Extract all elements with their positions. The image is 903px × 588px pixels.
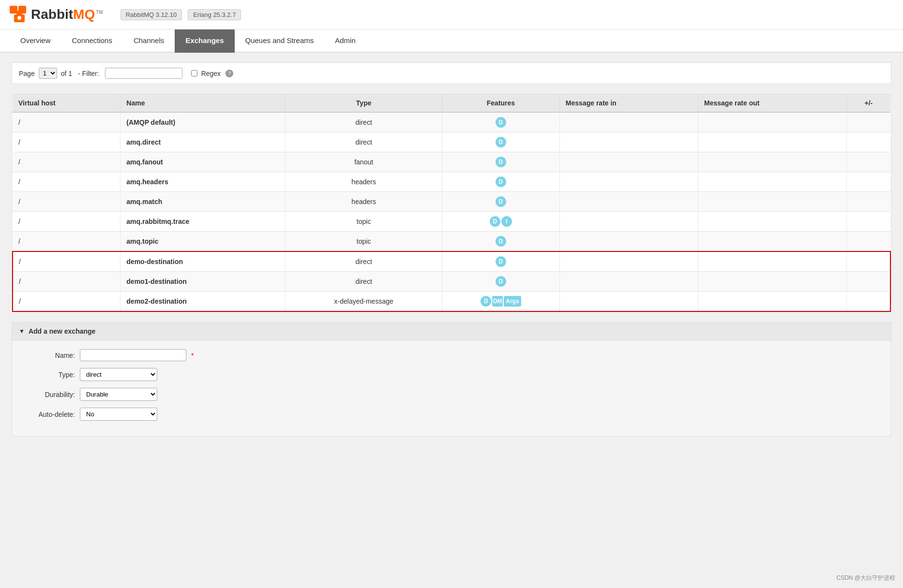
cell-plus-minus [846,272,890,292]
col-features: Features [442,94,560,112]
cell-features: D [442,172,560,192]
cell-plus-minus [846,192,890,212]
cell-vhost: / [13,292,120,312]
cell-msg-rate-out [698,292,847,312]
main-nav: Overview Connections Channels Exchanges … [0,29,903,53]
col-type: Type [286,94,442,112]
cell-features: D [442,251,560,272]
form-row-durability: Durability: Durable Transient [27,388,876,401]
cell-msg-rate-in [559,152,698,172]
filter-input[interactable] [105,68,182,79]
cell-type: x-delayed-message [286,292,442,312]
exchanges-table-container: Virtual host Name Type Features Message … [12,94,891,312]
cell-msg-rate-out [698,112,847,132]
logo: RabbitMQTM [10,6,103,23]
cell-plus-minus [846,132,890,152]
table-row[interactable]: / demo2-destination x-delayed-message DD… [13,292,890,312]
form-durability-label: Durability: [27,391,75,398]
cell-msg-rate-out [698,232,847,252]
cell-name[interactable]: (AMQP default) [120,112,286,132]
table-row[interactable]: / demo-destination direct D [13,251,890,272]
cell-msg-rate-out [698,132,847,152]
col-vhost: Virtual host [13,94,120,112]
nav-channels[interactable]: Channels [123,29,175,53]
cell-name[interactable]: amq.rabbitmq.trace [120,212,286,232]
cell-vhost: / [13,132,120,152]
table-body: / (AMQP default) direct D / amq.direct d… [13,112,890,311]
cell-features: D [442,232,560,252]
cell-name[interactable]: demo2-destination [120,292,286,312]
table-row[interactable]: / amq.rabbitmq.trace topic DI [13,212,890,232]
cell-name[interactable]: demo1-destination [120,272,286,292]
add-exchange-form: Name: * Type: direct fanout headers topi… [12,340,891,436]
add-exchange-label: Add a new exchange [29,327,95,335]
filter-bar: Page 1 of 1 - Filter: Regex ? [12,62,891,84]
cell-features: DI [442,212,560,232]
rabbitmq-logo-icon [10,6,29,23]
feature-badge-d: D [496,256,506,267]
nav-overview[interactable]: Overview [10,29,61,53]
svg-rect-0 [10,6,17,14]
regex-checkbox[interactable] [191,70,197,76]
table-row[interactable]: / amq.headers headers D [13,172,890,192]
cell-plus-minus [846,112,890,132]
table-row[interactable]: / amq.topic topic D [13,232,890,252]
cell-features: D [442,192,560,212]
feature-badge-i: I [501,216,512,227]
nav-admin[interactable]: Admin [324,29,366,53]
cell-features: DDMArgs [442,292,560,312]
add-exchange-toggle[interactable]: ▼ Add a new exchange [12,323,891,340]
cell-plus-minus [846,232,890,252]
cell-msg-rate-in [559,172,698,192]
cell-vhost: / [13,272,120,292]
cell-type: topic [286,212,442,232]
cell-features: D [442,272,560,292]
name-input[interactable] [80,349,186,361]
table-row[interactable]: / amq.direct direct D [13,132,890,152]
cell-name[interactable]: amq.direct [120,132,286,152]
nav-connections[interactable]: Connections [61,29,123,53]
table-row[interactable]: / amq.match headers D [13,192,890,212]
regex-help-icon[interactable]: ? [226,70,233,77]
rabbitmq-version: RabbitMQ 3.12.10 [120,9,182,20]
table-header-row: Virtual host Name Type Features Message … [13,94,890,112]
cell-type: direct [286,132,442,152]
cell-name[interactable]: demo-destination [120,251,286,272]
cell-msg-rate-out [698,192,847,212]
form-row-type: Type: direct fanout headers topic x-dela… [27,368,876,381]
nav-exchanges[interactable]: Exchanges [175,29,234,53]
feature-badge-d: D [490,216,500,227]
form-type-label: Type: [27,371,75,379]
type-select[interactable]: direct fanout headers topic x-delayed-me… [80,368,157,381]
cell-type: headers [286,172,442,192]
nav-queues-streams[interactable]: Queues and Streams [235,29,325,53]
svg-point-4 [17,16,21,20]
cell-msg-rate-in [559,232,698,252]
table-row[interactable]: / (AMQP default) direct D [13,112,890,132]
form-name-label: Name: [27,352,75,359]
version-info: RabbitMQ 3.12.10 Erlang 25.3.2.7 [120,9,241,20]
logo-text: RabbitMQTM [31,7,103,22]
cell-vhost: / [13,152,120,172]
erlang-version: Erlang 25.3.2.7 [188,9,241,20]
cell-name[interactable]: amq.topic [120,232,286,252]
cell-msg-rate-in [559,132,698,152]
feature-badge-d: D [496,276,506,287]
cell-msg-rate-in [559,212,698,232]
table-row[interactable]: / demo1-destination direct D [13,272,890,292]
cell-features: D [442,152,560,172]
cell-vhost: / [13,192,120,212]
table-row[interactable]: / amq.fanout fanout D [13,152,890,172]
cell-msg-rate-in [559,112,698,132]
feature-badge-d: D [496,137,506,147]
autodelete-select[interactable]: No Yes [80,408,157,421]
durability-select[interactable]: Durable Transient [80,388,157,401]
cell-msg-rate-in [559,251,698,272]
add-exchange-section: ▼ Add a new exchange Name: * Type: direc… [12,322,891,437]
cell-name[interactable]: amq.match [120,192,286,212]
page-select[interactable]: 1 [39,68,57,79]
cell-vhost: / [13,172,120,192]
cell-name[interactable]: amq.headers [120,172,286,192]
logo-rabbit: Rabbit [31,7,73,22]
cell-name[interactable]: amq.fanout [120,152,286,172]
